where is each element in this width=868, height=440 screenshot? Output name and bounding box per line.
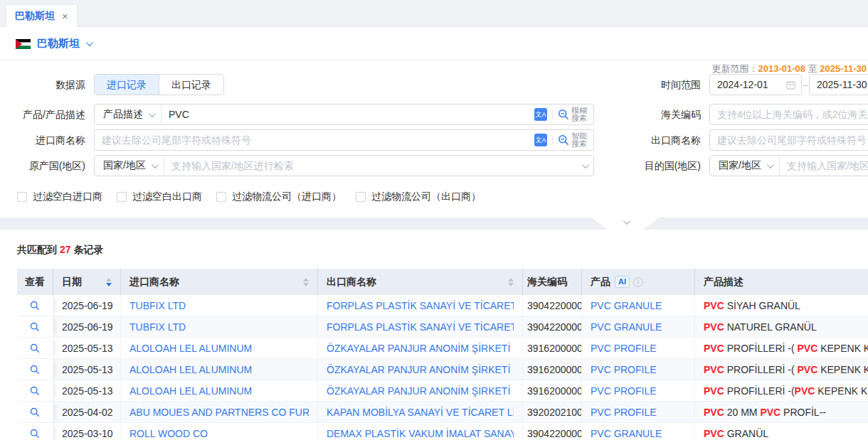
column-label: 产品描述 xyxy=(704,276,743,289)
hs-code-cell: 3920202100 xyxy=(523,402,582,422)
importer-link[interactable]: ABU MOUES AND PARTNERS CO FURNITURE xyxy=(129,407,309,418)
table-row: 2025-06-19TUBFIX LTDFORPLAS PLASTİK SANA… xyxy=(17,295,868,316)
close-icon[interactable]: × xyxy=(62,11,68,21)
translate-icon[interactable]: 文A xyxy=(534,108,547,121)
description-text: PROFİLLERİ -( xyxy=(724,343,798,354)
update-range-from: 2013-01-08 xyxy=(758,63,805,74)
product-search-input[interactable] xyxy=(162,104,534,124)
info-icon[interactable]: i xyxy=(633,277,643,287)
summary-prefix: 共匹配到 xyxy=(17,244,57,255)
column-header-view: 查看 xyxy=(17,269,53,295)
filter-checkbox[interactable]: 过滤空白出口商 xyxy=(117,191,202,203)
table-row: 2025-05-13ALOLOAH LEL ALUMINUMÖZKAYALAR … xyxy=(17,338,868,359)
filter-checkbox[interactable]: 过滤空白进口商 xyxy=(17,191,102,203)
checkbox[interactable] xyxy=(356,192,366,202)
checkbox[interactable] xyxy=(117,192,127,202)
importer-link[interactable]: TUBFIX LTD xyxy=(129,321,186,333)
chevron-down-icon xyxy=(149,110,156,117)
sort-icon[interactable] xyxy=(502,278,514,286)
update-range-to: 2025-11-30 xyxy=(820,63,867,74)
update-range-to-word: 至 xyxy=(808,63,817,74)
tab-palestine[interactable]: 巴勒斯坦 × xyxy=(6,4,78,27)
chevron-down-icon[interactable] xyxy=(582,161,589,168)
exporter-link[interactable]: ÖZKAYALAR PANJUR ANONİM ŞİRKETİ xyxy=(327,364,510,375)
keyword-highlight: PVC xyxy=(704,428,724,439)
column-label: 海关编码 xyxy=(527,276,567,289)
importer-input[interactable] xyxy=(95,130,534,150)
product-link[interactable]: PVC GRANULE xyxy=(591,321,662,333)
hs-code-cell: 3904220000 xyxy=(523,295,582,316)
country-selector[interactable]: 巴勒斯坦 xyxy=(16,37,91,50)
description-text: PROFİL-- xyxy=(780,407,826,418)
view-record-button[interactable] xyxy=(17,423,53,440)
sort-icon[interactable] xyxy=(297,278,309,286)
description-text: PROFİLLERİ -( xyxy=(724,385,795,397)
view-record-button[interactable] xyxy=(17,338,53,358)
column-header-importer[interactable]: 进口商名称 xyxy=(121,269,318,295)
origin-country-select[interactable]: 国家/地区 xyxy=(95,156,164,176)
importer-link[interactable]: TUBFIX LTD xyxy=(129,300,186,311)
exporter-link[interactable]: DEMAX PLASTİK VAKUM İMALAT SANAYİ V... xyxy=(327,428,514,439)
product-link[interactable]: PVC PROFILE xyxy=(591,364,657,375)
keyword-highlight: PVC xyxy=(704,407,724,418)
view-record-button[interactable] xyxy=(17,402,53,422)
product-link[interactable]: PVC PROFILE xyxy=(591,343,657,354)
tab-export-records[interactable]: 出口记录 xyxy=(159,75,223,95)
exporter-link[interactable]: KAPAN MOBİLYA SANAYİ VE TİCARET LİMİT... xyxy=(327,407,514,418)
destination-country-select[interactable]: 国家/地区 xyxy=(710,156,780,176)
origin-country-input[interactable] xyxy=(164,156,582,176)
view-record-button[interactable] xyxy=(17,295,53,316)
description-text: PROFİLLERİ -( xyxy=(724,364,798,375)
importer-link[interactable]: ALOLOAH LEL ALUMINUM xyxy=(129,343,252,354)
smart-search-button[interactable]: 智能 搜索 xyxy=(558,132,587,148)
importer-search-group: 文A 智能 搜索 xyxy=(94,129,594,151)
view-search-icon xyxy=(30,407,40,417)
column-header-date[interactable]: 日期 xyxy=(53,269,121,295)
destination-country-group: 国家/地区 xyxy=(709,155,868,176)
exporter-link[interactable]: FORPLAS PLASTİK SANAYİ VE TİCARET LİMİ..… xyxy=(327,300,514,311)
date-to-value: 2025-11-30 xyxy=(817,79,868,90)
exporter-group xyxy=(709,129,868,151)
exporter-link[interactable]: FORPLAS PLASTİK SANAYİ VE TİCARET LİMİ..… xyxy=(327,321,514,333)
product-link[interactable]: PVC PROFILE xyxy=(591,407,657,418)
importer-link[interactable]: ALOLOAH LEL ALUMINUM xyxy=(129,385,252,397)
filter-checkbox[interactable]: 过滤物流公司（出口商） xyxy=(356,191,481,203)
ai-badge: AI xyxy=(615,276,630,288)
hs-code-input[interactable] xyxy=(710,104,868,124)
date-to-input[interactable]: 2025-11-30 xyxy=(809,74,868,95)
tab-import-records[interactable]: 进口记录 xyxy=(95,75,159,95)
view-record-button[interactable] xyxy=(17,359,53,380)
origin-country-group: 国家/地区 xyxy=(94,155,594,176)
product-type-select[interactable]: 产品描述 xyxy=(95,104,162,124)
importer-link[interactable]: ROLL WOOD CO xyxy=(129,428,208,439)
exporter-link[interactable]: ÖZKAYALAR PANJUR ANONİM ŞİRKETİ xyxy=(327,385,510,397)
date-cell: 2025-05-13 xyxy=(53,380,121,401)
checkbox[interactable] xyxy=(216,192,226,202)
column-label: 产品 xyxy=(591,276,610,289)
exporter-link[interactable]: ÖZKAYALAR PANJUR ANONİM ŞİRKETİ xyxy=(327,343,510,354)
results-count: 27 xyxy=(60,244,71,255)
view-record-button[interactable] xyxy=(17,380,53,401)
description-text: KEPENK KLİP... xyxy=(815,385,868,397)
column-label: 出口商名称 xyxy=(327,276,376,289)
fuzzy-search-button[interactable]: 模糊 搜索 xyxy=(558,107,587,122)
view-record-button[interactable] xyxy=(17,316,53,337)
filter-checkbox[interactable]: 过滤物流公司（进口商） xyxy=(216,191,342,203)
checkbox[interactable] xyxy=(17,192,27,202)
column-header-exporter[interactable]: 出口商名称 xyxy=(318,269,523,295)
collapse-panel-button[interactable] xyxy=(592,218,659,230)
translate-icon[interactable]: 文A xyxy=(534,134,547,146)
chevron-down-icon xyxy=(152,161,159,168)
data-source-toggle: 进口记录 出口记录 xyxy=(94,74,224,95)
date-from-input[interactable]: 2024-12-01 xyxy=(709,74,802,95)
keyword-highlight: PVC xyxy=(760,407,780,418)
importer-link[interactable]: ALOLOAH LEL ALUMINUM xyxy=(129,364,252,375)
product-link[interactable]: PVC PROFILE xyxy=(591,385,657,397)
hs-code-cell: 3916200000 xyxy=(523,338,582,358)
product-link[interactable]: PVC GRANULE xyxy=(591,428,662,439)
exporter-input[interactable] xyxy=(710,130,868,150)
destination-country-input[interactable] xyxy=(780,156,868,176)
product-link[interactable]: PVC GRANULE xyxy=(591,300,662,311)
view-search-icon xyxy=(30,386,40,396)
sort-icon[interactable] xyxy=(100,278,112,286)
